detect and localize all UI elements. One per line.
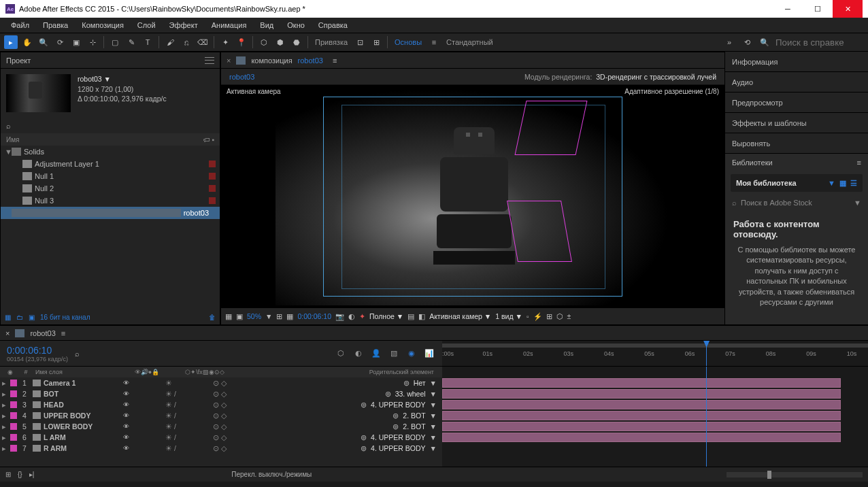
zoom-tool[interactable]: 🔍 (37, 35, 50, 49)
fast-preview-icon[interactable]: ⚡ (533, 312, 542, 321)
search-icon[interactable]: ⌕ (75, 350, 80, 358)
pen-tool[interactable]: ✎ (124, 35, 138, 49)
axis-world-icon[interactable]: ⬢ (273, 35, 287, 49)
basics-menu-icon[interactable]: ≡ (427, 35, 441, 49)
close-button[interactable]: ✕ (833, 0, 863, 18)
views-dropdown[interactable]: 1 вид ▼ (495, 312, 522, 320)
axis-view-icon[interactable]: ⬣ (290, 35, 303, 49)
time-ruler[interactable]: :00s01s02s03s04s05s06s07s08s09s10s (442, 341, 868, 366)
bit-depth[interactable]: 16 бит на канал (40, 314, 90, 321)
menu-вид[interactable]: Вид (253, 19, 280, 31)
timeline-zoom-slider[interactable] (727, 472, 863, 477)
effects-panel[interactable]: Эффекты и шаблоны (725, 113, 868, 133)
eraser-tool[interactable]: ⌫ (196, 35, 210, 49)
pan-behind-tool[interactable]: ⊹ (86, 35, 99, 49)
brackets-icon[interactable]: ▸| (29, 471, 35, 478)
resolution-icon[interactable]: ⊞ (276, 312, 282, 320)
timeline-tab[interactable]: robot03 (30, 329, 55, 337)
trash-icon[interactable]: 🗑 (209, 314, 216, 321)
comp-flowchart-icon[interactable]: ⬡ (335, 348, 347, 360)
menu-эффект[interactable]: Эффект (163, 19, 205, 31)
library-selector[interactable]: Моя библиотека ▼▦☰ (731, 174, 863, 192)
project-item[interactable]: Null 3 (1, 195, 220, 207)
grid-icon[interactable]: ▣ (236, 312, 243, 320)
current-time[interactable]: 0:00:06:10 (7, 345, 68, 356)
camera-dropdown[interactable]: Активная камер ▼ (429, 312, 491, 320)
align-panel[interactable]: Выровнять (725, 133, 868, 154)
mask-icon[interactable]: ◧ (418, 312, 425, 320)
interpret-footage-icon[interactable]: ▦ (5, 314, 11, 321)
project-list[interactable]: ▼SolidsAdjustment Layer 1Null 1Null 2Nul… (1, 146, 220, 309)
layer-row[interactable]: ▸1Camera 1👁☀⊙◇⊚Нет▼ (0, 377, 442, 388)
transparency-grid-icon[interactable]: ▦ (286, 312, 293, 320)
switches-modes-toggle[interactable]: Перекл. выключ./режимы (231, 471, 312, 478)
viewport[interactable]: Активная камера Адаптивное разрешение (1… (221, 85, 724, 308)
panel-menu-icon[interactable]: ≡ (333, 56, 337, 65)
project-item[interactable]: Null 2 (1, 182, 220, 195)
composition-tab[interactable]: robot03 (229, 73, 254, 81)
help-search-input[interactable] (775, 37, 864, 48)
workspace-overflow[interactable]: » (722, 35, 736, 49)
menu-анимация[interactable]: Анимация (205, 19, 254, 31)
clone-tool[interactable]: ⎌ (180, 35, 193, 49)
info-panel[interactable]: Информация (725, 52, 868, 72)
camera-tool[interactable]: ▣ (69, 35, 83, 49)
toggle-icon[interactable]: ⊞ (5, 471, 11, 478)
layer-row[interactable]: ▸7R ARM👁☀/⊙◇⊚4. UPPER BODY▼ (0, 443, 442, 454)
layer-row[interactable]: ▸5LOWER BODY👁☀/⊙◇⊚2. BOT▼ (0, 421, 442, 432)
menu-правка[interactable]: Правка (36, 19, 75, 31)
menu-окно[interactable]: Окно (280, 19, 312, 31)
motion-blur-icon[interactable]: ◉ (405, 348, 418, 360)
project-search-input[interactable] (15, 120, 214, 131)
snap-options[interactable]: ⊞ (369, 35, 383, 49)
project-item[interactable]: robot03 (1, 207, 220, 219)
timecode-display[interactable]: 0:00:06:10 (297, 312, 331, 320)
menu-слой[interactable]: Слой (131, 19, 163, 31)
new-folder-icon[interactable]: 🗀 (16, 314, 23, 321)
axis-local-icon[interactable]: ⬡ (257, 35, 271, 49)
preview-panel[interactable]: Предпросмотр (725, 93, 868, 113)
audio-panel[interactable]: Аудио (725, 72, 868, 93)
column-name[interactable]: Имя (6, 136, 203, 144)
layer-row[interactable]: ▸2BOT👁☀/⊙◇⊚33. wheel▼ (0, 388, 442, 399)
new-comp-icon[interactable]: ▣ (29, 314, 35, 321)
expand-icon[interactable]: {} (18, 471, 22, 478)
search-icon[interactable]: 🔍 (758, 35, 771, 49)
channel-icon[interactable]: ◐ (348, 312, 355, 320)
close-tab-icon[interactable]: × (5, 329, 10, 337)
layer-row[interactable]: ▸4UPPER BODY👁☀/⊙◇⊚2. BOT▼ (0, 410, 442, 421)
panel-menu-icon[interactable] (205, 57, 214, 64)
menu-композиция[interactable]: Композиция (75, 19, 131, 31)
rectangle-tool[interactable]: ▢ (108, 35, 122, 49)
view-layout-icon[interactable]: ▤ (407, 312, 414, 320)
zoom-value[interactable]: 50% (247, 312, 261, 320)
color-mgmt-icon[interactable]: ✦ (359, 312, 365, 320)
layer-row[interactable]: ▸3HEAD👁☀/⊙◇⊚4. UPPER BODY▼ (0, 399, 442, 410)
basics-link[interactable]: Основы (395, 38, 422, 46)
draft-3d-icon[interactable]: ◐ (352, 348, 365, 360)
menu-файл[interactable]: Файл (4, 19, 36, 31)
snap-toggle[interactable]: ⊡ (353, 35, 367, 49)
magnify-icon[interactable]: ▦ (225, 312, 232, 320)
project-item[interactable]: ▼Solids (1, 146, 220, 158)
exposure-icon[interactable]: ± (567, 312, 571, 320)
text-tool[interactable]: T (141, 35, 154, 49)
puppet-tool[interactable]: 📍 (235, 35, 248, 49)
playhead[interactable] (706, 341, 707, 366)
project-item[interactable]: Adjustment Layer 1 (1, 158, 220, 170)
flowchart-icon[interactable]: ⬡ (556, 312, 563, 320)
close-tab-icon[interactable]: × (227, 56, 231, 65)
layer-row[interactable]: ▸6L ARM👁☀/⊙◇⊚4. UPPER BODY▼ (0, 432, 442, 443)
workspace-label[interactable]: Стандартный (446, 38, 493, 46)
timeline-icon[interactable]: ⊞ (546, 312, 552, 320)
panel-menu-icon[interactable]: ≡ (61, 329, 65, 337)
minimize-button[interactable]: ─ (773, 0, 803, 18)
column-type-icon[interactable]: ▪ (212, 136, 214, 144)
sync-icon[interactable]: ⟲ (740, 35, 754, 49)
project-item[interactable]: Null 1 (1, 170, 220, 182)
maximize-button[interactable]: ☐ (803, 0, 833, 18)
rotate-tool[interactable]: ⟳ (53, 35, 67, 49)
timeline-tracks[interactable] (442, 367, 868, 467)
frame-blend-icon[interactable]: ▧ (388, 348, 400, 360)
brush-tool[interactable]: 🖌 (163, 35, 177, 49)
